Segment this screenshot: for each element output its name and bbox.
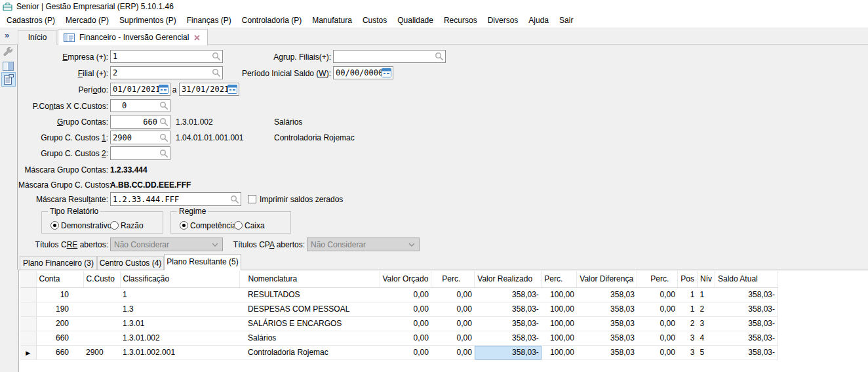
cell-valor-diferenca[interactable]: 358,03 — [577, 287, 637, 302]
radio-razao-label[interactable]: Razão — [121, 221, 144, 230]
cell-perc-3[interactable]: 0,00 — [637, 287, 678, 302]
grid-row[interactable]: 200 1.3.01 SALÁRIOS E ENCARGOS 0,00 0,00… — [20, 316, 778, 331]
cell-valor-diferenca[interactable]: 358,03 — [577, 331, 637, 345]
cell-pos[interactable]: 1 — [678, 302, 698, 316]
menu-controladoria[interactable]: Controladoria (P) — [237, 14, 307, 27]
header-valor-orcado[interactable]: Valor Orçado — [380, 271, 431, 287]
report-tool-selected[interactable] — [1, 72, 16, 87]
radio-caixa[interactable] — [234, 221, 243, 230]
cell-pos[interactable]: 3 — [678, 345, 698, 360]
calendar-icon[interactable] — [227, 85, 239, 94]
magnifier-icon[interactable] — [435, 52, 445, 61]
header-valor-diferenca[interactable]: Valor Diferença — [577, 271, 637, 287]
header-conta[interactable]: Conta — [36, 271, 83, 287]
cell-classificacao[interactable]: 1.3.01 — [120, 316, 239, 331]
grid-row[interactable]: 10 1 RESULTADOS 0,00 0,00 358,03- 100,00… — [20, 287, 778, 302]
menu-diversos[interactable]: Diversos — [483, 14, 524, 27]
radio-demonstrativo[interactable] — [50, 221, 59, 230]
cell-pos[interactable]: 2 — [678, 316, 698, 331]
cell-classificacao[interactable]: 1 — [120, 287, 239, 302]
magnifier-icon[interactable] — [159, 117, 170, 127]
cell-valor-orcado[interactable]: 0,00 — [380, 331, 431, 345]
cell-niv[interactable]: 4 — [698, 331, 715, 345]
empresa-input[interactable]: 1 — [110, 50, 223, 63]
cell-perc-3[interactable]: 0,00 — [637, 345, 678, 360]
cell-niv[interactable]: 3 — [698, 316, 715, 331]
filial-input[interactable]: 2 — [110, 66, 223, 79]
cell-ccusto[interactable] — [83, 316, 120, 331]
menu-manufatura[interactable]: Manufatura — [307, 14, 357, 27]
cell-niv[interactable]: 5 — [698, 345, 715, 360]
cell-valor-realizado[interactable]: 358,03- — [475, 287, 542, 302]
calendar-icon[interactable] — [382, 68, 393, 77]
cell-conta[interactable]: 190 — [36, 302, 83, 316]
cell-valor-realizado[interactable]: 358,03- — [475, 316, 542, 331]
radio-demonstrativo-label[interactable]: Demonstrativo — [61, 221, 111, 230]
menu-mercado[interactable]: Mercado (P) — [60, 14, 114, 27]
cell-ccusto[interactable]: 2900 — [83, 345, 120, 360]
periodo-to-input[interactable]: 31/01/2021 — [179, 83, 239, 96]
cell-conta[interactable]: 10 — [36, 287, 83, 302]
cell-valor-realizado[interactable]: 358,03- — [475, 331, 542, 345]
cell-saldo-atual[interactable]: 358,03- — [715, 331, 778, 345]
cell-perc-2[interactable]: 100,00 — [542, 331, 577, 345]
cell-nomenclatura[interactable]: RESULTADOS — [239, 287, 380, 302]
grid-row[interactable]: 190 1.3 DESPESAS COM PESSOAL 0,00 0,00 3… — [20, 302, 778, 316]
periodo-inicial-saldo-input[interactable]: 00/00/0000 — [333, 66, 393, 79]
menu-recursos[interactable]: Recursos — [439, 14, 483, 27]
header-nomenclatura[interactable]: Nomenclatura — [239, 271, 380, 287]
cell-saldo-atual[interactable]: 358,03- — [715, 302, 778, 316]
wrench-icon[interactable] — [3, 47, 14, 58]
header-perc-3[interactable]: Perc. — [637, 271, 678, 287]
chevron-double-right-icon[interactable]: » — [5, 30, 9, 40]
cell-perc-2[interactable]: 100,00 — [542, 302, 577, 316]
tab-financeiro-inversao-gerencial[interactable]: Financeiro - Inversão Gerencial — [58, 29, 208, 45]
grid-row[interactable]: 660 1.3.01.002 Salários 0,00 0,00 358,03… — [20, 331, 778, 345]
header-valor-realizado[interactable]: Valor Realizado — [475, 271, 542, 287]
cell-pos[interactable]: 3 — [678, 331, 698, 345]
magnifier-icon[interactable] — [159, 101, 170, 110]
cell-classificacao[interactable]: 1.3.01.002 — [120, 331, 239, 345]
cell-valor-orcado[interactable]: 0,00 — [380, 345, 431, 360]
tab-plano-resultante[interactable]: Plano Resultante (5) — [164, 254, 241, 270]
radio-caixa-label[interactable]: Caixa — [245, 221, 265, 230]
header-classificacao[interactable]: Classificação — [120, 271, 239, 287]
cell-conta[interactable]: 660 — [36, 331, 83, 345]
cell-nomenclatura[interactable]: Controladoria Rojemac — [239, 345, 380, 360]
cell-perc-1[interactable]: 0,00 — [431, 316, 475, 331]
magnifier-icon[interactable] — [212, 68, 222, 77]
header-saldo-atual[interactable]: Saldo Atual — [715, 271, 778, 287]
cell-perc-2[interactable]: 100,00 — [542, 345, 577, 360]
cell-saldo-atual[interactable]: 358,03- — [715, 345, 778, 360]
cell-perc-1[interactable]: 0,00 — [431, 331, 475, 345]
tab-centro-custos[interactable]: Centro Custos (4) — [97, 256, 164, 270]
cell-valor-diferenca[interactable]: 358,03 — [577, 302, 637, 316]
cell-perc-2[interactable]: 100,00 — [542, 316, 577, 331]
grupo-ccustos1-input[interactable]: 2900 — [110, 131, 170, 144]
grupo-ccustos2-input[interactable] — [110, 146, 170, 160]
header-niv[interactable]: Nív — [698, 271, 715, 287]
cell-valor-realizado-selected[interactable]: 358,03- — [475, 345, 542, 360]
menu-financas[interactable]: Finanças (P) — [182, 14, 237, 27]
radio-razao[interactable] — [110, 221, 119, 230]
cell-valor-orcado[interactable]: 0,00 — [380, 302, 431, 316]
agrup-filiais-input[interactable] — [333, 50, 446, 63]
menu-sair[interactable]: Sair — [554, 14, 578, 27]
calendar-icon[interactable] — [159, 85, 170, 94]
cell-classificacao[interactable]: 1.3 — [120, 302, 239, 316]
periodo-from-input[interactable]: 01/01/2021 — [110, 83, 170, 96]
grupo-contas-input[interactable]: 660 — [110, 115, 170, 129]
magnifier-icon[interactable] — [212, 52, 222, 61]
grid-row-current[interactable]: ▶ 660 2900 1.3.01.002.001 Controladoria … — [20, 345, 778, 360]
mascara-resultante-input[interactable]: 1.2.33.444.FFF — [110, 192, 241, 206]
cell-nomenclatura[interactable]: Salários — [239, 331, 380, 345]
cell-valor-diferenca[interactable]: 358,03 — [577, 345, 637, 360]
cell-saldo-atual[interactable]: 358,03- — [715, 316, 778, 331]
cell-perc-3[interactable]: 0,00 — [637, 302, 678, 316]
imprimir-zerados-checkbox[interactable] — [248, 195, 256, 203]
cell-niv[interactable]: 2 — [698, 302, 715, 316]
cell-perc-1[interactable]: 0,00 — [431, 287, 475, 302]
magnifier-icon[interactable] — [230, 195, 241, 204]
cell-ccusto[interactable] — [83, 331, 120, 345]
pcontas-input[interactable]: 0 — [110, 99, 170, 112]
